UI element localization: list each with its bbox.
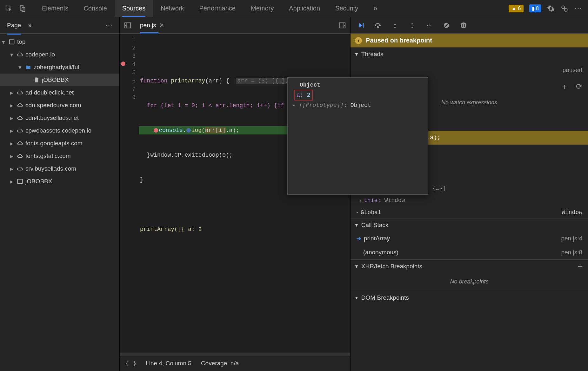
tree-item-label: codepen.io bbox=[25, 51, 55, 58]
top-tabs: Elements Console Sources Network Perform… bbox=[34, 0, 385, 17]
tab-security[interactable]: Security bbox=[328, 0, 366, 17]
expand-icon: ▼ bbox=[354, 52, 359, 57]
inline-breakpoint-icon[interactable] bbox=[154, 128, 158, 133]
editor-tab-label: pen.js bbox=[140, 22, 156, 29]
device-toolbar-icon[interactable] bbox=[18, 4, 27, 13]
tree-item-top[interactable]: ▾top bbox=[0, 36, 119, 48]
more-options-icon[interactable]: ⋯ bbox=[574, 4, 583, 13]
step-button[interactable] bbox=[425, 21, 434, 30]
cloud-icon bbox=[16, 140, 24, 146]
xhr-breakpoints-header[interactable]: ▼ XHR/fetch Breakpoints ＋ bbox=[351, 259, 588, 273]
tree-item-cpwebassets-codepen-io[interactable]: ▸cpwebassets.codepen.io bbox=[0, 124, 119, 137]
tree-item-jobobbx[interactable]: jOBOBBX bbox=[0, 74, 119, 86]
tree-item-fonts-gstatic-com[interactable]: ▸fonts.gstatic.com bbox=[0, 150, 119, 162]
tree-arrow-icon: ▸ bbox=[10, 153, 16, 160]
value-hover-popover[interactable]: Object a: 2 ▸ [[Prototype]]: Object bbox=[287, 77, 428, 195]
warnings-count: 6 bbox=[518, 5, 521, 12]
resume-button[interactable] bbox=[356, 21, 365, 30]
tree-item-jobobbx[interactable]: ▸jOBOBBX bbox=[0, 175, 119, 188]
inline-step-icon[interactable] bbox=[186, 128, 191, 133]
tab-network[interactable]: Network bbox=[153, 0, 191, 17]
tree-item-label: cdn4.buysellads.net bbox=[25, 114, 79, 121]
nodejs-icon[interactable] bbox=[560, 4, 569, 13]
pause-on-exceptions-button[interactable] bbox=[459, 21, 468, 30]
tab-elements[interactable]: Elements bbox=[34, 0, 76, 17]
add-xhr-breakpoint-icon[interactable]: ＋ bbox=[576, 261, 584, 272]
topbar-right: ▲ 6 ▮ 8 ⋯ bbox=[504, 4, 588, 13]
tree-item-label: fonts.googleapis.com bbox=[25, 140, 83, 147]
callstack-frame-1[interactable]: ➔ printArray pen.js:4 bbox=[351, 231, 588, 245]
threads-header[interactable]: ▼ Threads bbox=[351, 47, 588, 61]
editor-tab-penjs[interactable]: pen.js ✕ bbox=[133, 17, 171, 33]
tree-item-fonts-googleapis-com[interactable]: ▸fonts.googleapis.com bbox=[0, 137, 119, 150]
code-line-1[interactable] bbox=[139, 52, 350, 60]
tab-sources[interactable]: Sources bbox=[115, 0, 153, 17]
tab-console[interactable]: Console bbox=[76, 0, 114, 17]
callstack-frame-2[interactable]: (anonymous) pen.js:8 bbox=[351, 245, 588, 259]
tree-item-cdn-speedcurve-com[interactable]: ▸cdn.speedcurve.com bbox=[0, 99, 119, 112]
debugger-toggle-icon[interactable] bbox=[337, 20, 348, 31]
tree-item-ad-doubleclick-net[interactable]: ▸ad.doubleclick.net bbox=[0, 86, 119, 99]
tabs-overflow[interactable]: » bbox=[366, 0, 385, 17]
deactivate-breakpoints-button[interactable] bbox=[442, 21, 451, 30]
step-over-button[interactable] bbox=[373, 21, 382, 30]
tree-item-label: top bbox=[17, 38, 25, 45]
refresh-watch-icon[interactable]: ⟳ bbox=[576, 82, 582, 91]
dom-breakpoints-header[interactable]: ▼ DOM Breakpoints bbox=[351, 291, 588, 304]
tab-memory[interactable]: Memory bbox=[243, 0, 281, 17]
expand-icon: ▼ bbox=[354, 295, 359, 300]
warnings-badge[interactable]: ▲ 6 bbox=[509, 5, 523, 12]
svg-point-15 bbox=[427, 24, 428, 26]
svg-point-12 bbox=[377, 27, 378, 28]
settings-icon[interactable] bbox=[547, 5, 555, 12]
thread-row[interactable]: paused bbox=[351, 61, 588, 80]
frame-location: pen.js:4 bbox=[561, 235, 582, 242]
thread-status: paused bbox=[563, 67, 582, 74]
tree-item-label: ad.doubleclick.net bbox=[25, 89, 74, 96]
step-out-button[interactable] bbox=[408, 21, 417, 30]
cloud-icon bbox=[16, 166, 24, 172]
scope-global[interactable]: ▸Global Window bbox=[351, 207, 588, 218]
svg-rect-6 bbox=[18, 179, 23, 183]
editor-resizer[interactable] bbox=[120, 353, 350, 355]
code-line-7[interactable] bbox=[139, 200, 350, 209]
scope-this[interactable]: ▸this: Window bbox=[351, 195, 588, 207]
line-gutter[interactable]: 123 456 78 bbox=[120, 34, 139, 353]
coverage-status: Coverage: n/a bbox=[201, 360, 239, 367]
sidebar-tab-page[interactable]: Page bbox=[2, 20, 26, 31]
svg-rect-5 bbox=[10, 40, 14, 44]
tree-item-codepen-io[interactable]: ▾codepen.io bbox=[0, 48, 119, 61]
step-into-button[interactable] bbox=[391, 21, 399, 30]
tree-item-label: zoherghadyali/full bbox=[34, 64, 81, 71]
svg-point-17 bbox=[461, 22, 466, 28]
expand-icon: ▼ bbox=[354, 264, 359, 269]
file-icon bbox=[32, 77, 41, 83]
tree-item-cdn4-buysellads-net[interactable]: ▸cdn4.buysellads.net bbox=[0, 112, 119, 124]
code-line-8[interactable]: printArray([{ a: 2 bbox=[139, 225, 350, 233]
close-tab-icon[interactable]: ✕ bbox=[159, 22, 164, 29]
navigator-toggle-icon[interactable] bbox=[122, 20, 133, 31]
braces-icon[interactable]: { } bbox=[125, 360, 136, 367]
cloud-icon bbox=[16, 102, 24, 108]
add-watch-icon[interactable]: ＋ bbox=[561, 81, 568, 92]
cloud-icon bbox=[16, 153, 24, 159]
errors-count: 8 bbox=[536, 5, 539, 12]
tab-performance[interactable]: Performance bbox=[192, 0, 244, 17]
errors-badge[interactable]: ▮ 8 bbox=[529, 4, 541, 12]
cursor-position: Line 4, Column 5 bbox=[146, 360, 191, 367]
tab-application[interactable]: Application bbox=[281, 0, 328, 17]
tree-item-srv-buysellads-com[interactable]: ▸srv.buysellads.com bbox=[0, 162, 119, 175]
inspect-element-icon[interactable] bbox=[4, 4, 13, 13]
sidebar-more-options-icon[interactable]: ⋯ bbox=[101, 21, 117, 29]
paused-banner: i Paused on breakpoint bbox=[351, 34, 588, 47]
callstack-header[interactable]: ▼ Call Stack bbox=[351, 218, 588, 231]
tree-item-zoherghadyali-full[interactable]: ▾zoherghadyali/full bbox=[0, 61, 119, 74]
sidebar-tabs-overflow[interactable]: » bbox=[28, 22, 31, 29]
breakpoint-marker[interactable] bbox=[121, 62, 125, 66]
svg-rect-19 bbox=[464, 24, 465, 27]
tree-arrow-icon: ▾ bbox=[18, 64, 24, 71]
current-frame-icon: ➔ bbox=[356, 235, 361, 242]
tree-item-label: cpwebassets.codepen.io bbox=[25, 127, 91, 134]
cloud-icon bbox=[16, 115, 24, 121]
tree-item-label: srv.buysellads.com bbox=[25, 165, 76, 172]
